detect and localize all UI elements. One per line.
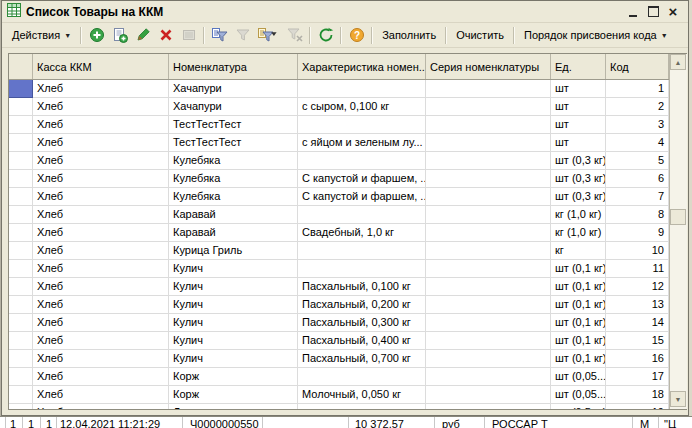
column-header-marker[interactable] bbox=[9, 54, 33, 79]
cell-kassa_kkm[interactable]: Хлеб bbox=[33, 170, 169, 188]
cell-kassa_kkm[interactable]: Хлеб bbox=[33, 80, 169, 98]
fill-button[interactable]: Заполнить bbox=[376, 26, 442, 44]
cell-code[interactable]: 14 bbox=[606, 314, 669, 332]
cell-unit[interactable]: кг bbox=[551, 242, 606, 260]
cell-characteristic[interactable] bbox=[298, 116, 426, 134]
clear-filter-icon[interactable] bbox=[283, 24, 306, 46]
cell-code[interactable]: 16 bbox=[606, 350, 669, 368]
cell-series[interactable] bbox=[426, 368, 551, 386]
cell-series[interactable] bbox=[426, 386, 551, 404]
row-marker-cell[interactable] bbox=[9, 188, 33, 206]
cell-kassa_kkm[interactable]: Хлеб bbox=[33, 296, 169, 314]
cell-characteristic[interactable] bbox=[298, 152, 426, 170]
cell-kassa_kkm[interactable]: Хлеб bbox=[33, 386, 169, 404]
cell-kassa_kkm[interactable]: Хлеб bbox=[33, 404, 169, 409]
filter-history-icon[interactable] bbox=[254, 24, 283, 46]
cell-kassa_kkm[interactable]: Хлеб bbox=[33, 278, 169, 296]
move-item-icon[interactable] bbox=[177, 24, 200, 46]
row-marker-cell[interactable] bbox=[9, 404, 33, 409]
cell-nomenclature[interactable]: Лаваш bbox=[169, 404, 298, 409]
column-header-characteristic[interactable]: Характеристика номен.. bbox=[298, 54, 426, 79]
cell-nomenclature[interactable]: Корж bbox=[169, 368, 298, 386]
cell-characteristic[interactable]: С капустой и фаршем, ... bbox=[298, 170, 426, 188]
cell-nomenclature[interactable]: Каравай bbox=[169, 224, 298, 242]
cell-series[interactable] bbox=[426, 170, 551, 188]
cell-nomenclature[interactable]: Кулич bbox=[169, 260, 298, 278]
close-button[interactable]: × bbox=[663, 4, 683, 20]
cell-series[interactable] bbox=[426, 98, 551, 116]
cell-code[interactable]: 11 bbox=[606, 260, 669, 278]
cell-characteristic[interactable] bbox=[298, 206, 426, 224]
cell-code[interactable]: 8 bbox=[606, 206, 669, 224]
help-icon[interactable]: ? bbox=[345, 24, 368, 46]
cell-kassa_kkm[interactable]: Хлеб bbox=[33, 134, 169, 152]
cell-series[interactable] bbox=[426, 134, 551, 152]
cell-series[interactable] bbox=[426, 152, 551, 170]
refresh-icon[interactable] bbox=[314, 24, 337, 46]
cell-characteristic[interactable]: с сыром, 0,100 кг bbox=[298, 98, 426, 116]
delete-icon[interactable] bbox=[154, 24, 177, 46]
cell-characteristic[interactable] bbox=[298, 404, 426, 409]
cell-nomenclature[interactable]: Кулебяка bbox=[169, 188, 298, 206]
row-marker-cell[interactable] bbox=[9, 206, 33, 224]
cell-nomenclature[interactable]: Хачапури bbox=[169, 98, 298, 116]
cell-series[interactable] bbox=[426, 188, 551, 206]
cell-series[interactable] bbox=[426, 206, 551, 224]
cell-kassa_kkm[interactable]: Хлеб bbox=[33, 152, 169, 170]
cell-unit[interactable]: шт (0,1 кг) bbox=[551, 260, 606, 278]
row-marker-cell[interactable] bbox=[9, 152, 33, 170]
cell-code[interactable]: 6 bbox=[606, 170, 669, 188]
cell-nomenclature[interactable]: Кулич bbox=[169, 296, 298, 314]
cell-characteristic[interactable]: Пасхальный, 0,200 кг bbox=[298, 296, 426, 314]
cell-unit[interactable]: шт (0,1 кг) bbox=[551, 332, 606, 350]
cell-characteristic[interactable]: Молочный, 0,050 кг bbox=[298, 386, 426, 404]
cell-unit[interactable]: шт bbox=[551, 116, 606, 134]
row-marker-cell[interactable] bbox=[9, 260, 33, 278]
cell-unit[interactable]: шт (0,1 кг) bbox=[551, 350, 606, 368]
cell-kassa_kkm[interactable]: Хлеб bbox=[33, 188, 169, 206]
cell-series[interactable] bbox=[426, 80, 551, 98]
scroll-down-button[interactable]: ▼ bbox=[670, 391, 686, 407]
cell-unit[interactable]: кг (1,0 кг) bbox=[551, 206, 606, 224]
cell-unit[interactable]: шт (0,3 кг) bbox=[551, 152, 606, 170]
row-marker-cell[interactable] bbox=[9, 278, 33, 296]
cell-nomenclature[interactable]: Кулич bbox=[169, 350, 298, 368]
cell-nomenclature[interactable]: Кулебяка bbox=[169, 170, 298, 188]
cell-code[interactable]: 18 bbox=[606, 386, 669, 404]
cell-unit[interactable]: шт (0,1 кг) bbox=[551, 296, 606, 314]
cell-series[interactable] bbox=[426, 404, 551, 409]
row-marker-cell[interactable] bbox=[9, 332, 33, 350]
scroll-up-button[interactable]: ▲ bbox=[670, 54, 686, 70]
cell-code[interactable]: 13 bbox=[606, 296, 669, 314]
cell-unit[interactable]: кг (1,0 кг) bbox=[551, 224, 606, 242]
column-header-nomenclature[interactable]: Номенклатура bbox=[169, 54, 298, 79]
cell-series[interactable] bbox=[426, 314, 551, 332]
cell-characteristic[interactable]: Свадебный, 1,0 кг bbox=[298, 224, 426, 242]
row-marker-cell[interactable] bbox=[9, 224, 33, 242]
cell-series[interactable] bbox=[426, 296, 551, 314]
row-marker-cell[interactable] bbox=[9, 350, 33, 368]
maximize-button[interactable] bbox=[643, 4, 663, 20]
cell-code[interactable]: 10 bbox=[606, 242, 669, 260]
add-icon[interactable] bbox=[85, 24, 108, 46]
cell-kassa_kkm[interactable]: Хлеб bbox=[33, 242, 169, 260]
cell-series[interactable] bbox=[426, 242, 551, 260]
cell-kassa_kkm[interactable]: Хлеб bbox=[33, 206, 169, 224]
cell-nomenclature[interactable]: Кулич bbox=[169, 314, 298, 332]
cell-nomenclature[interactable]: Курица Гриль bbox=[169, 242, 298, 260]
cell-kassa_kkm[interactable]: Хлеб bbox=[33, 224, 169, 242]
cell-code[interactable]: 1 bbox=[606, 80, 669, 98]
cell-characteristic[interactable] bbox=[298, 368, 426, 386]
cell-characteristic[interactable]: с яйцом и зеленым лу... bbox=[298, 134, 426, 152]
cell-unit[interactable]: шт (0,1 кг) bbox=[551, 314, 606, 332]
column-header-unit[interactable]: Ед. bbox=[551, 54, 606, 79]
cell-code[interactable]: 9 bbox=[606, 224, 669, 242]
cell-nomenclature[interactable]: Кулич bbox=[169, 278, 298, 296]
cell-unit[interactable]: шт (0,3 кг) bbox=[551, 170, 606, 188]
cell-code[interactable]: 15 bbox=[606, 332, 669, 350]
row-marker-cell[interactable] bbox=[9, 386, 33, 404]
cell-nomenclature[interactable]: Корж bbox=[169, 386, 298, 404]
code-order-menu-button[interactable]: Порядок присвоения кода ▼ bbox=[518, 26, 674, 44]
cell-code[interactable]: 12 bbox=[606, 278, 669, 296]
cell-kassa_kkm[interactable]: Хлеб bbox=[33, 98, 169, 116]
